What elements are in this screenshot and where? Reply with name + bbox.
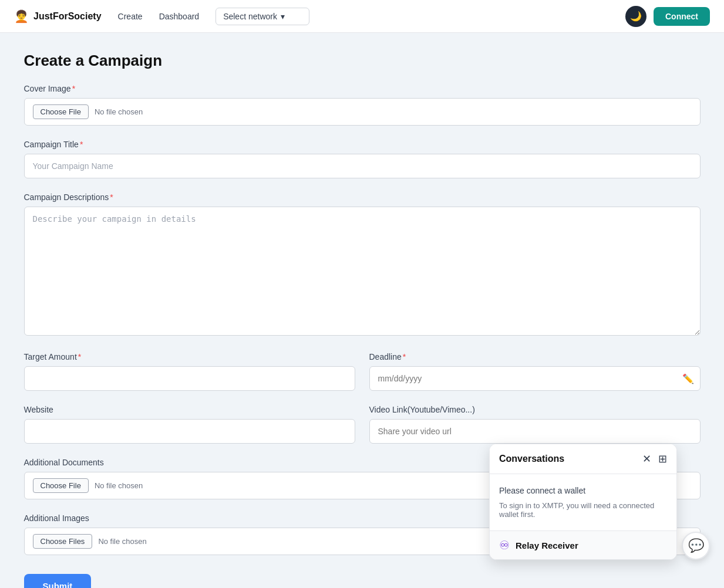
page-title: Create a Campaign: [24, 52, 701, 70]
campaign-descriptions-section: Campaign Descriptions*: [24, 192, 701, 338]
nav-dashboard[interactable]: Dashboard: [159, 12, 200, 21]
chevron-down-icon: ▾: [281, 12, 285, 21]
cover-image-input-wrapper: Choose File No file chosen: [24, 98, 701, 126]
website-input[interactable]: [24, 419, 355, 444]
campaign-title-input[interactable]: [24, 154, 701, 178]
video-link-section: Video Link(Youtube/Vimeo...): [369, 405, 701, 444]
network-select-label: Select network: [223, 12, 277, 21]
additional-images-choose-files-button[interactable]: Choose Files: [33, 534, 93, 549]
dark-mode-toggle[interactable]: 🌙: [625, 6, 646, 27]
conversations-popup: Conversations ✕ ⊞ Please connect a walle…: [489, 444, 677, 560]
navbar: 🧑‍🦱 JustForSociety Create Dashboard Sele…: [0, 0, 724, 33]
campaign-title-label: Campaign Title*: [24, 140, 701, 149]
target-amount-input[interactable]: [24, 366, 355, 391]
navbar-left: 🧑‍🦱 JustForSociety Create Dashboard Sele…: [14, 8, 309, 25]
conversations-grid-button[interactable]: ⊞: [658, 452, 667, 465]
conversations-body: Please connect a wallet To sign in to XM…: [490, 474, 676, 530]
conversations-sub: To sign in to XMTP, you will need a conn…: [499, 501, 667, 519]
conversations-header-icons: ✕ ⊞: [642, 452, 667, 465]
additional-documents-no-file-text: No file chosen: [95, 481, 143, 490]
deadline-section: Deadline* ✏️: [369, 352, 701, 391]
video-link-label: Video Link(Youtube/Vimeo...): [369, 405, 701, 414]
conversations-footer: ♾ Relay Receiver: [490, 530, 676, 559]
chat-fab-button[interactable]: 💬: [682, 532, 710, 560]
relay-icon: ♾: [499, 538, 510, 552]
cover-image-no-file-text: No file chosen: [95, 107, 143, 116]
campaign-description-textarea[interactable]: [24, 207, 701, 336]
navbar-right: 🌙 Connect: [625, 6, 710, 27]
nav-create[interactable]: Create: [118, 12, 143, 21]
chat-icon: 💬: [688, 538, 704, 553]
submit-button[interactable]: Submit: [24, 574, 92, 588]
website-label: Website: [24, 405, 355, 414]
additional-images-no-file-text: No file chosen: [98, 537, 146, 546]
deadline-input[interactable]: [370, 367, 700, 390]
brand: 🧑‍🦱 JustForSociety: [14, 9, 102, 23]
network-select-dropdown[interactable]: Select network ▾: [215, 8, 309, 25]
target-amount-label: Target Amount*: [24, 352, 355, 361]
campaign-title-section: Campaign Title*: [24, 140, 701, 178]
cover-image-section: Cover Image* Choose File No file chosen: [24, 84, 701, 126]
brand-emoji: 🧑‍🦱: [14, 9, 29, 23]
website-section: Website: [24, 405, 355, 444]
target-amount-section: Target Amount*: [24, 352, 355, 391]
website-video-row: Website Video Link(Youtube/Vimeo...): [24, 405, 701, 444]
additional-documents-choose-file-button[interactable]: Choose File: [33, 478, 89, 493]
campaign-descriptions-label: Campaign Descriptions*: [24, 192, 701, 202]
brand-name: JustForSociety: [33, 11, 102, 22]
conversations-header: Conversations ✕ ⊞: [490, 444, 676, 474]
cover-image-label: Cover Image*: [24, 84, 701, 93]
conversations-title: Conversations: [499, 454, 564, 464]
connect-button[interactable]: Connect: [654, 7, 710, 26]
deadline-input-wrapper: ✏️: [369, 366, 701, 391]
edit-icon[interactable]: ✏️: [682, 373, 694, 384]
video-link-input[interactable]: [378, 427, 692, 436]
cover-image-choose-file-button[interactable]: Choose File: [33, 104, 89, 119]
video-link-input-wrapper: [369, 419, 701, 444]
deadline-label: Deadline*: [369, 352, 701, 361]
conversations-close-button[interactable]: ✕: [642, 452, 651, 465]
conversations-message: Please connect a wallet: [499, 486, 667, 495]
target-deadline-row: Target Amount* Deadline* ✏️: [24, 352, 701, 391]
relay-label: Relay Receiver: [516, 540, 578, 550]
